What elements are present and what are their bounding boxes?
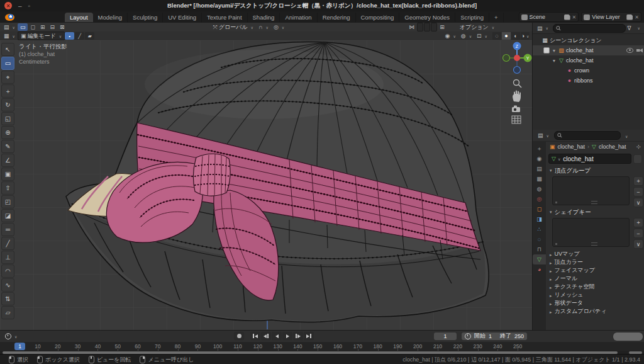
current-frame-field[interactable]: 1 bbox=[434, 333, 457, 340]
properties-section-collapsed[interactable]: 頂点カラー bbox=[546, 258, 644, 266]
solid-shading-button[interactable]: ● bbox=[502, 32, 511, 40]
jump-to-end-button[interactable] bbox=[304, 332, 314, 340]
workspace-tab[interactable]: Animation bbox=[280, 13, 317, 22]
gizmos-dropdown[interactable]: ⊡ bbox=[474, 32, 490, 40]
new-scene-icon[interactable] bbox=[564, 14, 570, 20]
vertex-select-mode-button[interactable]: • bbox=[65, 32, 74, 40]
options-dropdown[interactable]: オプション bbox=[457, 23, 497, 31]
vertex-group-specials-button[interactable]: ∨ bbox=[633, 198, 643, 207]
properties-tab[interactable]: ◻ bbox=[533, 204, 546, 214]
breadcrumb-data[interactable]: cloche_hat bbox=[599, 144, 626, 150]
blender-logo-icon[interactable] bbox=[5, 14, 14, 21]
toolbar-tool-button[interactable]: ◰ bbox=[1, 195, 14, 208]
expand-arrow-icon[interactable]: ▼ bbox=[552, 48, 557, 53]
workspace-tab[interactable]: Layout bbox=[65, 13, 93, 22]
viewport-editor-type-button[interactable]: ▦ bbox=[1, 32, 18, 40]
viewport-3d[interactable]: Z Y ↖▭⌖＋↻◱⊕✎∠ bbox=[0, 40, 532, 330]
workspace-tab[interactable]: Geometry Nodes bbox=[399, 13, 455, 22]
select-mode-subtract-button[interactable]: ⊟ bbox=[47, 23, 57, 31]
toolbar-tool-button[interactable]: ⇅ bbox=[1, 292, 14, 305]
outliner-filter-dropdown[interactable] bbox=[633, 25, 643, 32]
properties-section-collapsed[interactable]: カスタムプロパティ bbox=[546, 307, 644, 316]
editor-type-button[interactable]: ▤ bbox=[1, 23, 18, 31]
transform-orientation-dropdown[interactable]: ⤧グローバル bbox=[211, 23, 256, 31]
maximize-window-button[interactable]: ▫ bbox=[28, 3, 31, 9]
shape-key-specials-button[interactable]: ∨ bbox=[633, 239, 643, 249]
pin-icon[interactable]: ⊹ bbox=[636, 144, 641, 150]
mirror-axis-button[interactable] bbox=[431, 23, 437, 31]
properties-section-collapsed[interactable]: UVマップ bbox=[546, 250, 644, 258]
gizmo-minus-z-axis[interactable] bbox=[514, 67, 521, 74]
gizmo-minus-y-axis[interactable] bbox=[503, 55, 510, 62]
workspace-tab[interactable]: Rendering bbox=[318, 13, 356, 22]
outliner-search-input[interactable] bbox=[553, 24, 626, 33]
properties-tab[interactable]: ◎ bbox=[533, 194, 546, 204]
vertex-groups-list[interactable] bbox=[552, 176, 630, 205]
jump-to-start-button[interactable] bbox=[250, 332, 260, 340]
properties-search-input[interactable] bbox=[554, 131, 621, 140]
timeline-ruler[interactable]: 1 10203040506070809010011012013014015016… bbox=[0, 342, 644, 351]
properties-tab[interactable]: ＋ bbox=[533, 144, 546, 154]
properties-editor-type-button[interactable]: ▤ bbox=[535, 132, 552, 139]
toolbar-tool-button[interactable]: ⊥ bbox=[1, 251, 14, 264]
panel-scrollbar[interactable] bbox=[613, 333, 643, 341]
properties-tab[interactable]: ◨ bbox=[533, 214, 546, 224]
properties-options-dropdown[interactable] bbox=[623, 132, 628, 139]
toolbar-tool-button[interactable]: ↖ bbox=[1, 43, 14, 56]
outliner-row[interactable]: ● ribbons bbox=[533, 76, 644, 86]
timeline-editor-type-button[interactable] bbox=[3, 333, 19, 340]
toolbar-tool-button[interactable]: ═ bbox=[1, 223, 14, 236]
toolbar-tool-button[interactable]: ∠ bbox=[1, 154, 14, 167]
next-keyframe-button[interactable] bbox=[293, 332, 303, 340]
outliner-row[interactable]: ▼ ▧ cloche_hat bbox=[533, 45, 644, 55]
properties-tab[interactable]: ◉ bbox=[533, 154, 546, 164]
workspace-tab[interactable]: Sculpting bbox=[128, 13, 163, 22]
play-button[interactable] bbox=[282, 332, 292, 340]
properties-tab[interactable]: ◍ bbox=[533, 184, 546, 194]
properties-section-collapsed[interactable]: フェイスマップ bbox=[546, 266, 644, 275]
add-vertex-group-button[interactable]: ＋ bbox=[633, 176, 643, 186]
unlink-scene-icon[interactable]: ✕ bbox=[572, 14, 577, 20]
toolbar-tool-button[interactable]: ╱ bbox=[1, 237, 14, 250]
shape-keys-list[interactable] bbox=[552, 218, 630, 247]
workspace-tab[interactable]: Shading bbox=[248, 13, 280, 22]
properties-tab[interactable]: ∴ bbox=[533, 224, 546, 234]
expand-arrow-icon[interactable]: ▼ bbox=[552, 59, 557, 63]
mirror-axis-button[interactable] bbox=[417, 23, 423, 31]
select-mode-extend-button[interactable]: ⊞ bbox=[38, 23, 48, 31]
properties-tab[interactable]: ◌ bbox=[533, 234, 546, 244]
rendered-shading-button[interactable]: ◑ bbox=[521, 32, 530, 40]
filter-funnel-icon[interactable]: ∇ bbox=[628, 25, 631, 31]
workspace-tab[interactable]: Modeling bbox=[93, 13, 128, 22]
toolbar-tool-button[interactable]: ✎ bbox=[1, 140, 14, 153]
visibility-dropdown[interactable]: ◉ bbox=[443, 32, 458, 40]
overlays-dropdown[interactable]: ◍ bbox=[458, 32, 474, 40]
properties-tab[interactable]: ▽ bbox=[533, 254, 546, 264]
collection-checkbox-icon[interactable] bbox=[543, 47, 550, 54]
properties-section-collapsed[interactable]: 形状データ bbox=[546, 299, 644, 307]
workspace-tab[interactable]: Compositing bbox=[356, 13, 400, 22]
scene-selector[interactable]: Scene ✕ bbox=[519, 12, 579, 22]
hide-in-viewport-icon[interactable] bbox=[626, 48, 633, 53]
start-frame-field[interactable]: 1 bbox=[489, 333, 492, 339]
workspace-tab[interactable]: Texture Paint bbox=[202, 13, 247, 22]
properties-tab[interactable]: ▤ bbox=[533, 164, 546, 174]
previous-keyframe-button[interactable] bbox=[261, 332, 271, 340]
outliner-row[interactable]: ▦ シーンコレクション bbox=[533, 35, 644, 45]
toolbar-tool-button[interactable]: ◪ bbox=[1, 209, 14, 222]
mirror-extra-button[interactable]: ⊞ bbox=[437, 23, 447, 31]
snap-magnet-dropdown[interactable]: ∩ bbox=[256, 23, 271, 31]
outliner-row[interactable]: ▼ ▽ cloche_hat bbox=[533, 55, 644, 65]
minimize-window-button[interactable]: – bbox=[18, 3, 22, 9]
toolbar-tool-button[interactable]: ＋ bbox=[1, 84, 14, 98]
add-shape-key-button[interactable]: ＋ bbox=[633, 218, 643, 227]
view-layer-selector[interactable]: View Layer ✕ bbox=[581, 12, 641, 22]
toolbar-tool-button[interactable]: ▭ bbox=[1, 57, 14, 70]
toolbar-tool-button[interactable]: ◱ bbox=[1, 112, 14, 125]
viewport-canvas[interactable]: Z Y bbox=[0, 40, 532, 330]
breadcrumb-object[interactable]: cloche_hat bbox=[558, 144, 586, 150]
properties-tab[interactable]: ◕ bbox=[533, 264, 546, 275]
play-reverse-button[interactable] bbox=[272, 332, 282, 340]
properties-tab[interactable]: ⊓ bbox=[533, 244, 546, 254]
wireframe-shading-button[interactable]: ◌ bbox=[492, 32, 501, 40]
